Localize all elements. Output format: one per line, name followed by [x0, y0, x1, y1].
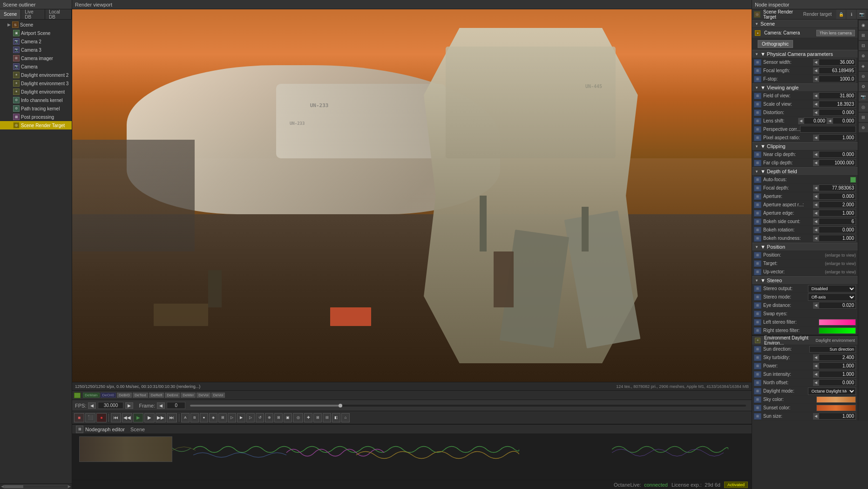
dec-btn[interactable]: ◀	[813, 302, 819, 309]
tab-scene[interactable]: Scene	[0, 9, 21, 19]
pause-btn[interactable]: ⬛	[85, 413, 95, 422]
tag-devol1[interactable]: DeVol	[197, 393, 210, 398]
dec-btn[interactable]: ◀	[813, 202, 819, 208]
tree-item-camera-imager[interactable]: ⊞ Camera imager	[0, 54, 72, 62]
scale-of-view-input[interactable]	[819, 101, 856, 108]
fps-input[interactable]	[98, 402, 123, 409]
tag-devol2[interactable]: DeVol	[211, 393, 225, 398]
viewing-angle-section[interactable]: ▼ ▼ Viewing angle	[752, 83, 858, 92]
play-pause-btn[interactable]: ▶	[133, 413, 143, 422]
dec-btn[interactable]: ◀	[813, 210, 819, 217]
tree-item-info-channels[interactable]: ⚙ Info channels kernel	[0, 96, 72, 104]
scroll-right-arrow[interactable]: ▶	[68, 484, 71, 489]
power-input[interactable]	[819, 362, 856, 369]
bokeh-side-count-input[interactable]	[819, 218, 856, 225]
right-tool-10[interactable]: ⊞	[859, 113, 868, 122]
left-stereo-filter-swatch[interactable]	[819, 319, 856, 326]
dec-btn[interactable]: ◀	[813, 151, 819, 158]
tree-item-airport[interactable]: ▣ Airtport Scene	[0, 29, 72, 37]
right-tool-9[interactable]: ◎	[859, 102, 868, 112]
stop-render-btn[interactable]: ■	[74, 413, 84, 422]
tool-btn-15[interactable]: ⊞	[313, 413, 322, 422]
tool-btn-18[interactable]: ⌂	[341, 413, 350, 422]
lens-shift-y-input[interactable]	[833, 117, 856, 124]
timeline-cursor[interactable]	[339, 404, 342, 408]
tag-derefl[interactable]: DeRefl	[149, 393, 164, 398]
tool-btn-10[interactable]: ⊕	[265, 413, 273, 422]
stereo-section[interactable]: ▼ ▼ Stereo	[752, 276, 858, 285]
record-btn[interactable]: ●	[96, 413, 107, 422]
bokeh-roundness-input[interactable]	[819, 235, 856, 242]
tree-item-camera[interactable]: 📷 Camera	[0, 62, 72, 71]
dec-btn[interactable]: ◀	[813, 68, 819, 74]
skip-end-btn[interactable]: ⏭	[167, 413, 177, 422]
dec-btn[interactable]: ◀	[813, 160, 819, 166]
sunset-color-swatch[interactable]	[816, 405, 856, 411]
tag-deori[interactable]: DeOri0	[101, 393, 116, 398]
tree-item-post-processing[interactable]: ▦ Post processing	[0, 113, 72, 121]
dec-btn[interactable]: ◀	[813, 135, 819, 141]
fps-inc-btn[interactable]: ▶	[125, 402, 133, 409]
tool-btn-14[interactable]: ✚	[304, 413, 312, 422]
tree-item-scene-render-target[interactable]: ◎ Scene Render Target	[0, 121, 72, 129]
nodegraph-icon-btn[interactable]: ⊞	[76, 426, 83, 433]
sun-size-input[interactable]	[819, 413, 856, 420]
dec-btn[interactable]: ◀	[798, 118, 804, 124]
nodegraph-canvas[interactable]	[72, 434, 752, 480]
sun-direction-input[interactable]	[809, 346, 856, 353]
aperture-input[interactable]	[819, 193, 856, 200]
tree-item-scene[interactable]: ▶ S Scene	[0, 20, 72, 29]
fov-input[interactable]	[819, 92, 856, 99]
tab-local-db[interactable]: Local DB	[45, 9, 72, 19]
dec-btn[interactable]: ◀	[813, 354, 819, 361]
dec-btn[interactable]: ◀	[813, 76, 819, 82]
tag-deemi[interactable]: DeEmi	[165, 393, 180, 398]
sky-color-swatch[interactable]	[816, 396, 856, 403]
scroll-track[interactable]	[4, 485, 68, 489]
frame-dec-btn[interactable]: ◀	[157, 402, 165, 409]
dec-btn[interactable]: ◀	[813, 413, 819, 420]
camera-live-btn[interactable]: 📷	[857, 10, 866, 19]
focal-length-input[interactable]	[819, 67, 856, 74]
tree-item-camera2[interactable]: 📷 Camera 2	[0, 37, 72, 46]
next-frame-btn[interactable]: ▶▶	[156, 413, 166, 422]
timeline-progress[interactable]	[190, 405, 746, 407]
auto-focus-checkbox[interactable]	[850, 177, 856, 183]
tag-demain[interactable]: DeMain	[83, 393, 100, 398]
tool-btn-12[interactable]: ▣	[284, 413, 292, 422]
dec-btn[interactable]: ◀	[813, 363, 819, 369]
tool-btn-13[interactable]: ◎	[293, 413, 303, 422]
skip-start-btn[interactable]: ⏮	[111, 413, 121, 422]
right-stereo-filter-swatch[interactable]	[819, 327, 856, 334]
fps-dec-btn[interactable]: ◀	[88, 402, 96, 409]
info-btn[interactable]: ℹ	[847, 10, 856, 19]
dec-btn[interactable]: ◀	[813, 93, 819, 99]
sensor-width-input[interactable]	[819, 59, 856, 66]
right-tool-7[interactable]: ⚙	[859, 82, 868, 91]
right-tool-5[interactable]: ◈	[859, 61, 868, 71]
tool-btn-9[interactable]: ↺	[256, 413, 264, 422]
aperture-aspect-input[interactable]	[819, 201, 856, 208]
right-tool-3[interactable]: ⊟	[859, 41, 868, 50]
stereo-output-dropdown[interactable]: Disabled	[808, 285, 856, 292]
tool-btn-4[interactable]: ◈	[209, 413, 217, 422]
prev-frame-btn[interactable]: ◀◀	[122, 413, 132, 422]
tag-detext[interactable]: DeText	[133, 393, 148, 398]
sky-turbidity-input[interactable]	[819, 354, 856, 361]
aperture-edge-input[interactable]	[819, 210, 856, 217]
tool-btn-17[interactable]: ◧	[332, 413, 340, 422]
sun-intensity-input[interactable]	[819, 371, 856, 378]
physical-camera-section[interactable]: ▼ ▼ Physical Camera parameters	[752, 50, 858, 58]
tag-debrd[interactable]: DeBrD	[117, 393, 132, 398]
scene-section-header[interactable]: ▼ Scene	[752, 20, 858, 28]
right-tool-2[interactable]: ⊞	[859, 31, 868, 40]
daylight-mode-dropdown[interactable]: Octane Daylight Model	[808, 387, 856, 395]
tool-btn-5[interactable]: ⊞	[218, 413, 227, 422]
dec-btn[interactable]: ◀	[813, 380, 819, 386]
focal-depth-input[interactable]	[819, 184, 856, 191]
tool-btn-7[interactable]: ▶	[237, 413, 245, 422]
eye-distance-input[interactable]	[819, 302, 856, 309]
right-tool-6[interactable]: ⊜	[859, 72, 868, 81]
position-section[interactable]: ▼ ▼ Position	[752, 243, 858, 251]
near-clip-input[interactable]	[819, 151, 856, 158]
